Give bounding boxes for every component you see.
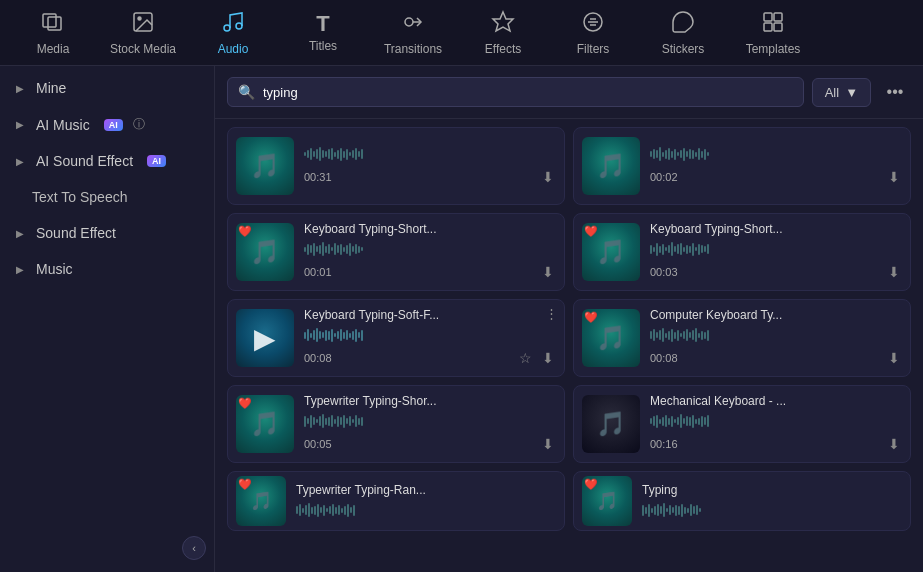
card1-download-btn[interactable]: ⬇ bbox=[540, 167, 556, 187]
sidebar-item-music[interactable]: ▶ Music bbox=[0, 251, 214, 287]
transitions-icon bbox=[401, 10, 425, 38]
card5-more-btn[interactable]: ⋮ bbox=[545, 306, 558, 321]
nav-transitions-label: Transitions bbox=[384, 42, 442, 56]
card10-fav-icon: ❤️ bbox=[584, 478, 598, 491]
search-input[interactable] bbox=[263, 85, 793, 100]
card5-actions: ☆ ⬇ bbox=[517, 348, 556, 368]
audio-card-5[interactable]: ▶ Keyboard Typing-Soft-F... 00:08 ☆ ⬇ bbox=[227, 299, 565, 377]
search-bar: 🔍 All ▼ ••• bbox=[215, 66, 923, 119]
nav-media-label: Media bbox=[37, 42, 70, 56]
audio-card-1[interactable]: 🎵 00:31 ⬇ bbox=[227, 127, 565, 205]
card8-download-btn[interactable]: ⬇ bbox=[886, 434, 902, 454]
nav-stickers[interactable]: Stickers bbox=[638, 0, 728, 66]
card5-download-btn[interactable]: ⬇ bbox=[540, 348, 556, 368]
card2-waveform bbox=[650, 145, 902, 163]
nav-effects[interactable]: Effects bbox=[458, 0, 548, 66]
audio-card-3[interactable]: 🎵 ❤️ Keyboard Typing-Short... 00:01 ⬇ bbox=[227, 213, 565, 291]
card4-thumbnail: 🎵 ❤️ bbox=[582, 223, 640, 281]
card5-duration: 00:08 bbox=[304, 352, 332, 364]
sidebar-ai-music-label: AI Music bbox=[36, 117, 90, 133]
audio-card-6[interactable]: 🎵 ❤️ Computer Keyboard Ty... 00:08 ⬇ bbox=[573, 299, 911, 377]
svg-point-6 bbox=[405, 18, 413, 26]
search-icon: 🔍 bbox=[238, 84, 255, 100]
card7-duration: 00:05 bbox=[304, 438, 332, 450]
card3-download-btn[interactable]: ⬇ bbox=[540, 262, 556, 282]
nav-effects-label: Effects bbox=[485, 42, 521, 56]
card6-duration: 00:08 bbox=[650, 352, 678, 364]
nav-transitions[interactable]: Transitions bbox=[368, 0, 458, 66]
card4-title: Keyboard Typing-Short... bbox=[650, 222, 902, 236]
card1-waveform bbox=[304, 145, 556, 163]
card4-footer: 00:03 ⬇ bbox=[650, 262, 902, 282]
nav-media[interactable]: Media bbox=[8, 0, 98, 66]
main-area: ▶ Mine ▶ AI Music AI ⓘ ▶ AI Sound Effect… bbox=[0, 66, 923, 572]
card5-info: Keyboard Typing-Soft-F... 00:08 ☆ ⬇ bbox=[304, 308, 556, 368]
card5-play-icon: ▶ bbox=[254, 322, 276, 355]
card3-actions: ⬇ bbox=[540, 262, 556, 282]
nav-templates[interactable]: Templates bbox=[728, 0, 818, 66]
card9-title: Typewriter Typing-Ran... bbox=[296, 483, 556, 497]
card6-info: Computer Keyboard Ty... 00:08 ⬇ bbox=[650, 308, 902, 368]
nav-audio-label: Audio bbox=[218, 42, 249, 56]
card7-thumbnail: 🎵 ❤️ bbox=[236, 395, 294, 453]
card6-download-btn[interactable]: ⬇ bbox=[886, 348, 902, 368]
sidebar-item-ai-sound-effect[interactable]: ▶ AI Sound Effect AI bbox=[0, 143, 214, 179]
sidebar: ▶ Mine ▶ AI Music AI ⓘ ▶ AI Sound Effect… bbox=[0, 66, 215, 572]
card2-thumbnail: 🎵 bbox=[582, 137, 640, 195]
card3-fav-icon: ❤️ bbox=[238, 225, 252, 238]
audio-card-4[interactable]: 🎵 ❤️ Keyboard Typing-Short... 00:03 ⬇ bbox=[573, 213, 911, 291]
titles-icon: T bbox=[316, 13, 329, 35]
card8-actions: ⬇ bbox=[886, 434, 902, 454]
card6-actions: ⬇ bbox=[886, 348, 902, 368]
nav-audio[interactable]: Audio bbox=[188, 0, 278, 66]
ai-music-info-icon[interactable]: ⓘ bbox=[133, 116, 145, 133]
sidebar-collapse-btn[interactable]: ‹ bbox=[182, 536, 206, 560]
audio-card-10[interactable]: 🎵 ❤️ Typing bbox=[573, 471, 911, 531]
card2-download-btn[interactable]: ⬇ bbox=[886, 167, 902, 187]
card3-duration: 00:01 bbox=[304, 266, 332, 278]
nav-filters[interactable]: Filters bbox=[548, 0, 638, 66]
top-nav: Media Stock Media Audio T Titles Transit… bbox=[0, 0, 923, 66]
card1-music-icon: 🎵 bbox=[250, 152, 280, 180]
audio-icon bbox=[221, 10, 245, 38]
svg-rect-12 bbox=[774, 23, 782, 31]
card3-title: Keyboard Typing-Short... bbox=[304, 222, 556, 236]
card2-footer: 00:02 ⬇ bbox=[650, 167, 902, 187]
audio-card-8[interactable]: 🎵 Mechanical Keyboard - ... 00:16 ⬇ bbox=[573, 385, 911, 463]
sidebar-item-mine[interactable]: ▶ Mine bbox=[0, 70, 214, 106]
svg-marker-7 bbox=[493, 12, 513, 31]
card10-thumbnail: 🎵 ❤️ bbox=[582, 476, 632, 526]
card4-download-btn[interactable]: ⬇ bbox=[886, 262, 902, 282]
sidebar-item-text-to-speech[interactable]: Text To Speech bbox=[0, 179, 214, 215]
card8-waveform bbox=[650, 412, 902, 430]
card7-music-icon: 🎵 bbox=[250, 410, 280, 438]
audio-card-9[interactable]: 🎵 ❤️ Typewriter Typing-Ran... bbox=[227, 471, 565, 531]
filter-btn[interactable]: All ▼ bbox=[812, 78, 871, 107]
card10-info: Typing bbox=[642, 483, 902, 519]
more-options-btn[interactable]: ••• bbox=[879, 76, 911, 108]
nav-stock-media[interactable]: Stock Media bbox=[98, 0, 188, 66]
card3-music-icon: 🎵 bbox=[250, 238, 280, 266]
card5-thumbnail: ▶ bbox=[236, 309, 294, 367]
card7-download-btn[interactable]: ⬇ bbox=[540, 434, 556, 454]
card1-footer: 00:31 ⬇ bbox=[304, 167, 556, 187]
svg-rect-9 bbox=[764, 13, 772, 21]
card6-footer: 00:08 ⬇ bbox=[650, 348, 902, 368]
card10-title: Typing bbox=[642, 483, 902, 497]
audio-card-7[interactable]: 🎵 ❤️ Typewriter Typing-Shor... 00:05 ⬇ bbox=[227, 385, 565, 463]
audio-grid: 🎵 00:31 ⬇ bbox=[215, 119, 923, 572]
sidebar-item-sound-effect[interactable]: ▶ Sound Effect bbox=[0, 215, 214, 251]
card9-waveform bbox=[296, 501, 556, 519]
sidebar-ai-sound-label: AI Sound Effect bbox=[36, 153, 133, 169]
filter-label: All bbox=[825, 85, 839, 100]
nav-stock-media-label: Stock Media bbox=[110, 42, 176, 56]
nav-templates-label: Templates bbox=[746, 42, 801, 56]
nav-titles[interactable]: T Titles bbox=[278, 0, 368, 66]
card7-fav-icon: ❤️ bbox=[238, 397, 252, 410]
card8-duration: 00:16 bbox=[650, 438, 678, 450]
card8-info: Mechanical Keyboard - ... 00:16 ⬇ bbox=[650, 394, 902, 454]
card9-fav-icon: ❤️ bbox=[238, 478, 252, 491]
sidebar-item-ai-music[interactable]: ▶ AI Music AI ⓘ bbox=[0, 106, 214, 143]
audio-card-2[interactable]: 🎵 00:02 ⬇ bbox=[573, 127, 911, 205]
card5-star-btn[interactable]: ☆ bbox=[517, 348, 534, 368]
